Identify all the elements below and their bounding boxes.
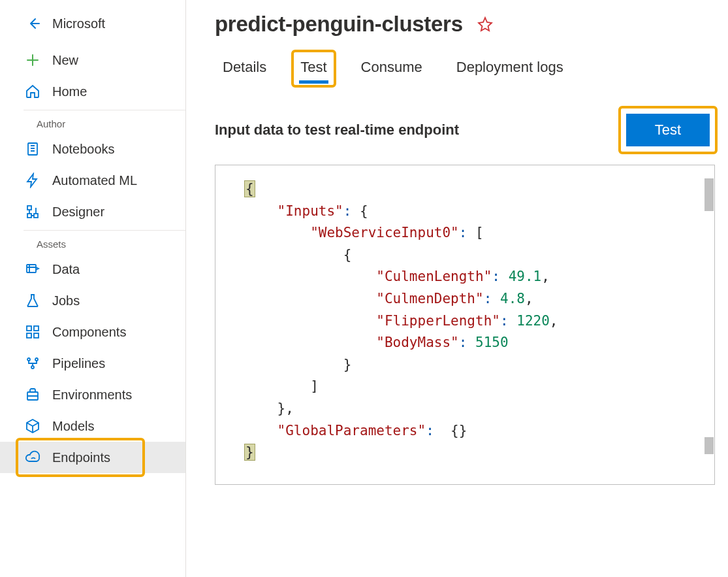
sidebar-item-label: Models [52, 419, 94, 434]
svg-rect-2 [34, 214, 38, 218]
star-icon[interactable] [477, 16, 493, 32]
environment-icon [25, 387, 40, 403]
section-header: Input data to test real-time endpoint Te… [215, 108, 715, 152]
test-button[interactable]: Test [626, 114, 710, 146]
sidebar-item-label: Jobs [52, 293, 80, 308]
tab-test[interactable]: Test [298, 55, 329, 82]
sidebar-item-label: Designer [52, 205, 104, 220]
designer-icon [25, 204, 40, 220]
sidebar: Microsoft New Home Author Notebooks Auto… [0, 0, 186, 577]
svg-rect-3 [27, 214, 31, 218]
svg-rect-0 [28, 143, 37, 155]
sidebar-item-notebooks[interactable]: Notebooks [0, 133, 185, 165]
section-title: Input data to test real-time endpoint [215, 122, 459, 139]
new-button[interactable]: New [0, 44, 185, 76]
new-label: New [52, 53, 78, 68]
sidebar-item-environments[interactable]: Environments [0, 379, 185, 410]
sidebar-item-label: Automated ML [52, 173, 137, 188]
sidebar-item-label: Home [52, 84, 87, 99]
plus-icon [25, 52, 40, 68]
divider [24, 230, 185, 231]
sidebar-item-endpoints[interactable]: Endpoints [0, 442, 185, 473]
main-content: predict-penguin-clusters Details Test Co… [186, 0, 728, 577]
svg-rect-8 [34, 333, 39, 338]
svg-rect-5 [27, 326, 31, 331]
title-row: predict-penguin-clusters [215, 12, 715, 37]
sidebar-item-label: Pipelines [52, 356, 105, 371]
sidebar-item-automated-ml[interactable]: Automated ML [0, 165, 185, 196]
svg-rect-4 [27, 265, 36, 272]
page-title: predict-penguin-clusters [215, 12, 463, 37]
sidebar-item-pipelines[interactable]: Pipelines [0, 348, 185, 379]
pipeline-icon [25, 355, 40, 371]
sidebar-item-components[interactable]: Components [0, 316, 185, 348]
cloud-icon [25, 450, 40, 465]
divider [24, 110, 185, 110]
sidebar-item-label: Environments [52, 387, 132, 403]
scrollbar-indicator [704, 178, 714, 211]
sidebar-item-models[interactable]: Models [0, 410, 185, 442]
sidebar-item-home[interactable]: Home [0, 76, 185, 107]
scrollbar-indicator [704, 437, 714, 454]
data-icon [25, 261, 40, 277]
notebook-icon [25, 141, 40, 157]
svg-rect-7 [27, 333, 31, 338]
svg-rect-6 [34, 326, 39, 331]
sidebar-item-label: Data [52, 262, 80, 277]
back-microsoft[interactable]: Microsoft [0, 12, 185, 44]
svg-point-11 [31, 366, 34, 369]
flask-icon [25, 293, 40, 308]
tab-label: Test [300, 59, 326, 75]
json-editor[interactable]: { "Inputs": { "WebServiceInput0": [ { "C… [215, 165, 715, 485]
svg-rect-1 [27, 206, 31, 210]
back-arrow-icon [27, 16, 43, 31]
cube-icon [25, 418, 40, 434]
tabs: Details Test Consume Deployment logs [215, 55, 715, 82]
sidebar-item-jobs[interactable]: Jobs [0, 285, 185, 316]
tab-consume[interactable]: Consume [358, 55, 425, 82]
sidebar-item-label: Endpoints [52, 450, 110, 465]
back-label: Microsoft [52, 16, 105, 31]
sidebar-item-data[interactable]: Data [0, 254, 185, 285]
section-author: Author [0, 112, 185, 133]
lightning-icon [25, 173, 40, 188]
tab-deployment-logs[interactable]: Deployment logs [454, 55, 566, 82]
sidebar-item-label: Components [52, 325, 126, 340]
json-content: { "Inputs": { "WebServiceInput0": [ { "C… [244, 178, 696, 464]
sidebar-item-designer[interactable]: Designer [0, 196, 185, 227]
grid-icon [25, 324, 40, 340]
section-assets: Assets [0, 232, 185, 254]
svg-point-9 [27, 358, 30, 361]
svg-point-10 [35, 358, 38, 361]
test-button-container: Test [621, 108, 715, 152]
tab-details[interactable]: Details [220, 55, 269, 82]
sidebar-item-label: Notebooks [52, 142, 115, 157]
home-icon [25, 84, 40, 99]
